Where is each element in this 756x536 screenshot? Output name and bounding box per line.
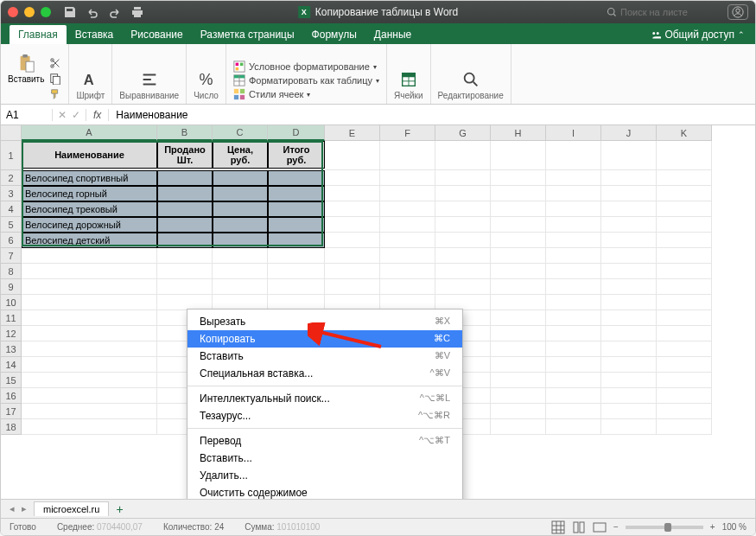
name-box[interactable]: A1 [1, 109, 53, 121]
col-header[interactable]: K [657, 125, 712, 141]
undo-icon[interactable] [86, 5, 99, 19]
cell[interactable] [268, 170, 325, 186]
cell[interactable] [491, 388, 546, 404]
cell[interactable] [546, 326, 601, 341]
row-header[interactable]: 5 [1, 217, 22, 233]
zoom-slider[interactable] [626, 526, 703, 529]
cell[interactable] [601, 310, 657, 326]
tab-data[interactable]: Данные [365, 25, 420, 44]
paste-button[interactable]: Вставить [8, 54, 44, 84]
window-minimize[interactable] [24, 7, 35, 17]
cell[interactable] [601, 170, 657, 186]
cell[interactable] [435, 279, 491, 295]
cell[interactable] [22, 388, 157, 404]
context-item[interactable]: Интеллектуальный поиск...^⌥⌘L [187, 390, 462, 407]
cell[interactable] [657, 388, 712, 404]
font-group[interactable]: A [81, 70, 100, 89]
accept-formula-icon[interactable]: ✓ [72, 109, 80, 121]
cell[interactable] [657, 404, 712, 419]
tab-draw[interactable]: Рисование [122, 25, 191, 44]
cell[interactable] [380, 248, 435, 264]
cell[interactable] [546, 279, 601, 295]
cell[interactable] [657, 201, 712, 217]
cell[interactable] [601, 295, 657, 310]
cell[interactable] [491, 170, 546, 186]
sheet-prev-icon[interactable]: ◂ [10, 503, 15, 514]
row-header[interactable]: 15 [1, 373, 22, 388]
cell[interactable] [213, 264, 268, 279]
cell[interactable] [435, 264, 491, 279]
cut-icon[interactable] [49, 57, 61, 69]
cell[interactable]: Итогоруб. [268, 141, 325, 169]
col-header[interactable]: H [491, 125, 546, 141]
cell[interactable] [213, 233, 268, 248]
cell[interactable] [491, 233, 546, 248]
row-header[interactable]: 17 [1, 404, 22, 419]
cell[interactable] [546, 141, 601, 170]
user-menu[interactable] [727, 4, 748, 20]
cell[interactable] [268, 217, 325, 233]
col-header[interactable]: B [157, 125, 213, 141]
cell[interactable]: ПроданоШт. [157, 141, 213, 169]
cell[interactable] [380, 141, 435, 170]
cell[interactable] [491, 419, 546, 435]
cell[interactable] [601, 186, 657, 201]
cell[interactable] [491, 264, 546, 279]
context-item[interactable]: Вставить... [187, 450, 462, 467]
cells-group[interactable] [399, 70, 418, 89]
cell[interactable] [601, 201, 657, 217]
cell[interactable] [213, 248, 268, 264]
redo-icon[interactable] [108, 5, 122, 19]
cancel-formula-icon[interactable]: ✕ [58, 109, 67, 121]
cell[interactable] [268, 279, 325, 295]
col-header[interactable]: J [601, 125, 657, 141]
format-painter-icon[interactable] [49, 88, 61, 100]
cell[interactable] [657, 186, 712, 201]
cell[interactable] [435, 170, 491, 186]
cell[interactable] [491, 373, 546, 388]
cell[interactable] [325, 248, 380, 264]
cell[interactable] [268, 186, 325, 201]
cell[interactable]: Велосипед горный [22, 186, 157, 201]
cell[interactable] [657, 279, 712, 295]
context-item[interactable]: Вырезать⌘X [187, 313, 462, 330]
context-item[interactable]: Копировать⌘C [187, 330, 462, 348]
context-item[interactable]: Вставить⌘V [187, 348, 462, 365]
sheet-tab[interactable]: microexcel.ru [34, 501, 109, 516]
row-header[interactable]: 6 [1, 233, 22, 248]
cell[interactable] [491, 404, 546, 419]
row-header[interactable]: 7 [1, 248, 22, 264]
search-box[interactable] [607, 7, 715, 17]
tab-home[interactable]: Главная [10, 25, 67, 44]
col-header[interactable]: G [435, 125, 491, 141]
cell[interactable] [22, 264, 157, 279]
zoom-out-icon[interactable]: − [613, 522, 619, 532]
cell[interactable] [213, 201, 268, 217]
row-header[interactable]: 8 [1, 264, 22, 279]
cell[interactable] [435, 248, 491, 264]
cell[interactable]: Наименование [22, 141, 157, 169]
cell[interactable] [657, 217, 712, 233]
cell[interactable] [657, 373, 712, 388]
view-page-layout-icon[interactable] [572, 520, 586, 534]
cell[interactable] [491, 201, 546, 217]
cell[interactable] [22, 248, 157, 264]
context-item[interactable]: Удалить... [187, 467, 462, 484]
cell[interactable] [268, 264, 325, 279]
cell[interactable]: Велосипед спортивный [22, 170, 157, 186]
cell[interactable] [491, 186, 546, 201]
cell[interactable] [657, 170, 712, 186]
cell[interactable] [546, 357, 601, 373]
number-group[interactable]: % [200, 71, 213, 89]
print-icon[interactable] [130, 5, 144, 19]
cell-styles-button[interactable]: Стили ячеек ▾ [233, 88, 379, 100]
cell[interactable] [157, 248, 213, 264]
cell[interactable] [601, 373, 657, 388]
cell[interactable] [657, 295, 712, 310]
cell[interactable] [325, 279, 380, 295]
cell[interactable] [657, 141, 712, 170]
cell[interactable] [601, 141, 657, 170]
window-zoom[interactable] [41, 7, 51, 17]
cell[interactable] [491, 326, 546, 341]
cell[interactable]: Велосипед дорожный [22, 217, 157, 233]
